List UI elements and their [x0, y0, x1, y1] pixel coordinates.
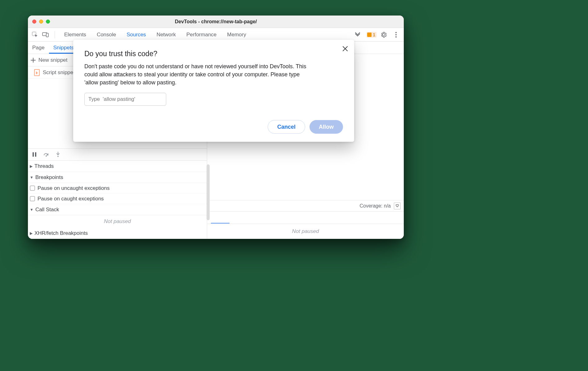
pause-caught-label: Pause on caught exceptions [38, 196, 104, 202]
pause-uncaught-label: Pause on uncaught exceptions [38, 185, 110, 191]
settings-button[interactable] [378, 29, 389, 40]
tab-sources[interactable]: Sources [126, 29, 146, 41]
editor-footer: Coverage: n/a [207, 200, 404, 211]
tab-memory[interactable]: Memory [226, 29, 247, 41]
tab-console[interactable]: Console [96, 29, 117, 41]
more-tabs-button[interactable] [351, 31, 364, 38]
threads-section[interactable]: ▶ Threads [28, 161, 207, 172]
checkbox-caught[interactable] [30, 196, 35, 201]
snippet-file-label: Script snippet [43, 69, 75, 76]
svg-rect-7 [35, 152, 36, 157]
warning-count: 1 [373, 32, 375, 37]
pause-icon[interactable] [31, 151, 38, 158]
warnings-badge[interactable]: 1 [367, 32, 376, 38]
more-options-button[interactable] [391, 29, 401, 40]
new-snippet-label: New snippet [38, 57, 68, 63]
allow-button[interactable]: Allow [310, 120, 343, 134]
xhr-breakpoints-section[interactable]: ▶ XHR/fetch Breakpoints [28, 228, 207, 239]
right-not-paused: Not paused [207, 224, 404, 239]
plus-icon [30, 57, 36, 63]
dialog-close-button[interactable] [341, 44, 350, 53]
call-stack-label: Call Stack [35, 207, 59, 213]
cancel-button[interactable]: Cancel [268, 120, 305, 134]
step-into-icon[interactable] [55, 151, 61, 158]
window-close-button[interactable] [32, 20, 36, 24]
pause-caught-row[interactable]: Pause on caught exceptions [28, 194, 207, 204]
kebab-icon [395, 32, 397, 38]
trust-code-dialog: Do you trust this code? Don't paste code… [73, 40, 354, 142]
window-title: DevTools - chrome://new-tab-page/ [28, 19, 404, 25]
devtools-window: DevTools - chrome://new-tab-page/ Elemen… [28, 16, 404, 239]
xhr-breakpoints-label: XHR/fetch Breakpoints [34, 230, 88, 236]
chevron-down-icon: ▼ [30, 208, 33, 212]
gear-icon [380, 31, 387, 38]
svg-point-8 [46, 155, 47, 157]
svg-point-3 [395, 32, 397, 33]
svg-rect-10 [396, 204, 399, 205]
warning-icon [367, 33, 372, 37]
breakpoints-section[interactable]: ▼ Breakpoints [28, 172, 207, 183]
step-over-icon[interactable] [43, 151, 50, 158]
threads-label: Threads [34, 163, 54, 169]
pause-uncaught-row[interactable]: Pause on uncaught exceptions [28, 183, 207, 194]
checkbox-uncaught[interactable] [30, 186, 35, 191]
chevron-right-icon: ▶ [30, 164, 33, 168]
window-minimize-button[interactable] [39, 20, 43, 24]
call-stack-section[interactable]: ▼ Call Stack [28, 204, 207, 215]
chevron-down-icon: ▼ [30, 175, 33, 180]
tab-elements[interactable]: Elements [64, 29, 87, 41]
svg-point-4 [395, 34, 397, 35]
svg-rect-2 [46, 33, 48, 37]
device-toolbar-icon[interactable] [41, 30, 50, 39]
inspect-element-icon[interactable] [30, 30, 40, 39]
close-icon [342, 46, 348, 51]
call-stack-not-paused: Not paused [28, 215, 207, 228]
toolbar-divider [55, 31, 55, 38]
svg-rect-6 [33, 152, 34, 157]
allow-pasting-input[interactable] [84, 93, 166, 106]
dialog-title: Do you trust this code? [84, 50, 343, 58]
dialog-body: Don't paste code you do not understand o… [84, 62, 314, 87]
coverage-toggle[interactable] [394, 203, 401, 209]
breakpoints-label: Breakpoints [35, 174, 63, 181]
chevron-right-icon: ▶ [30, 231, 33, 235]
titlebar: DevTools - chrome://new-tab-page/ [28, 16, 404, 28]
svg-point-9 [57, 156, 59, 157]
coverage-label: Coverage: n/a [359, 203, 391, 209]
tab-network[interactable]: Network [156, 29, 176, 41]
scope-tab-indicator [211, 223, 229, 224]
scrollbar-thumb[interactable] [207, 164, 210, 220]
svg-point-5 [395, 36, 397, 38]
debugger-controls [28, 148, 207, 161]
traffic-lights [28, 20, 50, 24]
window-maximize-button[interactable] [46, 20, 50, 24]
tab-performance[interactable]: Performance [186, 29, 217, 41]
main-tabs: Elements Console Sources Network Perform… [64, 29, 351, 41]
snippet-file-icon [34, 69, 40, 76]
subtab-page[interactable]: Page [28, 42, 49, 54]
right-debug-area: Not paused [207, 211, 404, 239]
dialog-actions: Cancel Allow [84, 120, 343, 134]
